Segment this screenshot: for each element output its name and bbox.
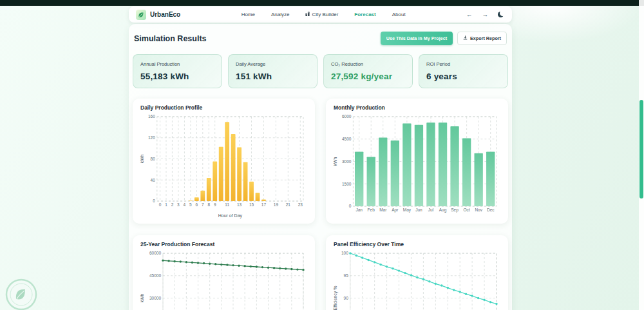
svg-text:13: 13: [237, 202, 242, 207]
svg-text:19: 19: [274, 202, 279, 207]
svg-text:30000: 30000: [149, 296, 161, 300]
stat-card-annual-production: Annual Production 55,183 kWh: [133, 54, 222, 88]
brand-leaf-icon: [136, 10, 146, 20]
svg-text:Jun: Jun: [415, 208, 422, 212]
svg-text:60000: 60000: [149, 251, 161, 255]
chart-card-panel-efficiency: Panel Efficiency Over Time 1357911131517…: [326, 235, 508, 310]
svg-text:kWh: kWh: [140, 293, 144, 302]
chart-title: Monthly Production: [334, 104, 502, 111]
chart-card-daily-profile: Daily Production Profile 012345678911131…: [133, 99, 315, 224]
svg-text:Hour of Day: Hour of Day: [218, 213, 243, 218]
brand[interactable]: UrbanEco: [129, 10, 180, 20]
stat-card-roi-period: ROI Period 6 years: [419, 54, 508, 88]
production-forecast-chart: 1357911131517192123250150003000045000600…: [139, 249, 308, 310]
svg-text:1500: 1500: [342, 182, 352, 186]
nav-item-home[interactable]: Home: [242, 12, 255, 17]
theme-toggle-moon-icon[interactable]: [498, 12, 504, 17]
svg-text:95: 95: [344, 273, 349, 278]
svg-text:80: 80: [151, 157, 156, 161]
svg-text:4500: 4500: [342, 137, 352, 141]
stat-label: ROI Period: [426, 61, 500, 67]
svg-text:2: 2: [171, 202, 174, 207]
results-header: Simulation Results Use This Data in My P…: [133, 30, 508, 45]
svg-text:Mar: Mar: [379, 208, 387, 212]
page-title: Simulation Results: [134, 34, 207, 43]
svg-text:Aug: Aug: [439, 208, 447, 213]
svg-text:0: 0: [153, 199, 155, 203]
svg-text:23: 23: [298, 202, 303, 207]
svg-text:Nov: Nov: [475, 208, 482, 212]
svg-text:Efficiency %: Efficiency %: [333, 286, 338, 310]
nav-item-analyze[interactable]: Analyze: [271, 12, 289, 17]
results-panel: Simulation Results Use This Data in My P…: [129, 24, 512, 310]
stat-value: 55,183 kWh: [140, 72, 214, 81]
top-accent-bar: [0, 0, 644, 6]
download-icon: [463, 35, 468, 41]
chart-card-production-forecast: 25-Year Production Forecast 135791113151…: [133, 235, 315, 310]
svg-text:kWh: kWh: [140, 154, 144, 163]
stat-card-co2-reduction: CO₂ Reduction 27,592 kg/year: [323, 54, 413, 88]
svg-text:kWh: kWh: [333, 157, 337, 166]
stat-value: 6 years: [426, 72, 500, 81]
svg-text:120: 120: [148, 135, 155, 140]
nav-item-city-builder[interactable]: City Builder: [305, 12, 338, 17]
charts-grid: Daily Production Profile 012345678911131…: [133, 99, 508, 310]
svg-text:45000: 45000: [149, 273, 161, 278]
svg-text:May: May: [403, 208, 412, 213]
svg-text:15: 15: [249, 202, 254, 207]
chart-title: Panel Efficiency Over Time: [334, 241, 502, 247]
svg-text:1: 1: [165, 202, 167, 207]
background-glow: [489, 6, 644, 43]
svg-text:3000: 3000: [342, 159, 352, 164]
nav-item-forecast[interactable]: Forecast: [354, 12, 375, 17]
svg-text:3: 3: [177, 202, 180, 207]
use-data-button[interactable]: Use This Data in My Project: [381, 32, 453, 45]
svg-text:5: 5: [189, 202, 192, 207]
stat-value: 151 kWh: [236, 72, 310, 81]
svg-text:11: 11: [225, 202, 229, 207]
svg-text:90: 90: [344, 296, 349, 300]
app-container: UrbanEco Home Analyze City Builder Forec…: [129, 6, 512, 310]
chart-card-monthly-production: Monthly Production JanFebMarAprMayJunJul…: [326, 99, 508, 224]
nav-controls: ← →: [466, 12, 512, 18]
svg-text:21: 21: [286, 202, 291, 207]
navbar: UrbanEco Home Analyze City Builder Forec…: [129, 6, 512, 23]
svg-text:Sep: Sep: [451, 208, 459, 213]
stat-label: Annual Production: [140, 61, 214, 67]
stat-label: CO₂ Reduction: [331, 61, 405, 67]
header-actions: Use This Data in My Project Export Repor…: [381, 32, 507, 45]
chart-title: 25-Year Production Forecast: [140, 241, 308, 247]
chart-title: Daily Production Profile: [140, 104, 308, 111]
svg-text:9: 9: [214, 202, 216, 207]
monthly-production-chart: JanFebMarAprMayJunJulAugSepOctNovDec0150…: [332, 113, 502, 219]
stat-card-daily-average: Daily Average 151 kWh: [228, 54, 317, 88]
svg-text:0: 0: [349, 204, 352, 208]
scrollbar-thumb[interactable]: [639, 100, 643, 199]
svg-text:Oct: Oct: [464, 208, 470, 212]
stat-cards-row: Annual Production 55,183 kWh Daily Avera…: [133, 54, 508, 88]
svg-text:8: 8: [207, 202, 210, 207]
export-report-button[interactable]: Export Report: [457, 32, 507, 45]
stat-label: Daily Average: [236, 61, 310, 67]
svg-text:6000: 6000: [342, 114, 352, 119]
city-builder-icon: [305, 12, 310, 17]
stat-value: 27,592 kg/year: [331, 72, 405, 81]
svg-text:Dec: Dec: [487, 208, 495, 212]
svg-text:7: 7: [202, 202, 204, 207]
brand-name: UrbanEco: [150, 11, 180, 18]
forward-arrow-icon[interactable]: →: [482, 12, 489, 18]
back-arrow-icon[interactable]: ←: [466, 12, 473, 18]
svg-text:Jul: Jul: [428, 208, 434, 212]
daily-production-profile-chart: 01234567891113151719212304080120160Hour …: [139, 113, 308, 219]
svg-text:160: 160: [148, 114, 155, 119]
leaf-badge-watermark: [5, 278, 38, 310]
svg-text:100: 100: [341, 251, 348, 255]
svg-text:Jan: Jan: [355, 208, 363, 212]
svg-text:0: 0: [159, 202, 162, 207]
nav-item-about[interactable]: About: [392, 12, 406, 17]
scrollbar-track[interactable]: [639, 0, 644, 310]
svg-text:17: 17: [261, 202, 267, 207]
svg-text:6: 6: [196, 202, 198, 207]
svg-text:Feb: Feb: [368, 208, 375, 212]
panel-efficiency-chart: 13579111315171921232580859095100Efficien…: [332, 249, 502, 310]
